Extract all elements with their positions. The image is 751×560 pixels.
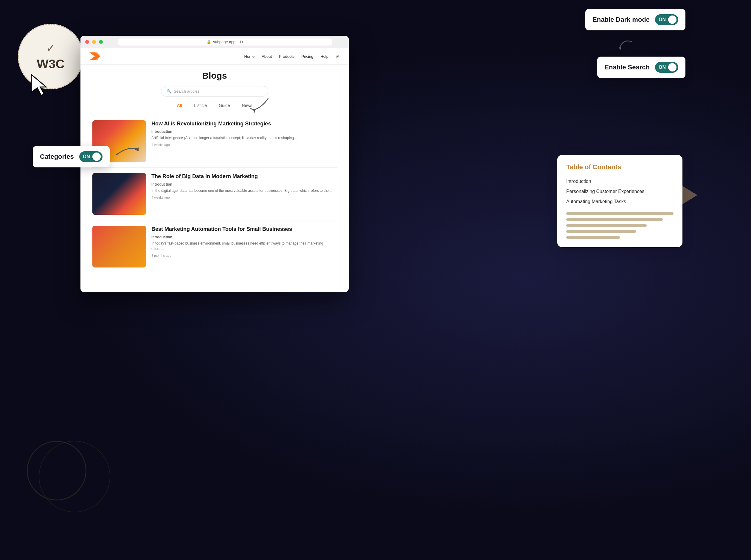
arrow-to-sun-icon: [614, 36, 638, 60]
toc-bar-3: [566, 224, 647, 227]
article-excerpt-1: Artificial Intelligence (AI) is no longe…: [152, 135, 337, 141]
arrow-to-categories-icon: [113, 140, 143, 158]
arrow-to-search-icon: [244, 92, 271, 116]
browser-window: 🔒 subpage.app ↻ Home About Products Pric…: [80, 36, 349, 292]
nav-help[interactable]: Help: [320, 54, 329, 59]
site-nav-links: Home About Products Pricing Help ☀: [244, 54, 340, 59]
toggle-circle-search: [668, 63, 676, 72]
search-placeholder-text: Search articles: [174, 89, 199, 94]
article-thumbnail-3: [92, 226, 146, 267]
blog-area: Blogs 🔍 Search articles All Listicle Gui…: [80, 65, 349, 279]
browser-urlbar[interactable]: 🔒 subpage.app ↻: [118, 38, 332, 46]
tab-all[interactable]: All: [174, 102, 184, 109]
url-text: subpage.app: [213, 40, 235, 44]
nav-about[interactable]: About: [262, 54, 272, 59]
article-list: How AI is Revolutionizing Marketing Stra…: [92, 115, 337, 273]
article-content-2: The Role of Big Data in Modern Marketing…: [152, 173, 337, 215]
tools-thumb-image: [92, 226, 146, 267]
dark-mode-toggle-state: ON: [659, 17, 666, 22]
table-row[interactable]: Best Marketing Automation Tools for Smal…: [92, 220, 337, 273]
search-toggle[interactable]: ON: [655, 62, 678, 73]
browser-dot-green[interactable]: [99, 40, 103, 44]
nav-home[interactable]: Home: [244, 54, 255, 59]
article-content-3: Best Marketing Automation Tools for Smal…: [152, 226, 337, 267]
categories-toggle[interactable]: ON: [79, 151, 102, 162]
toc-item-2[interactable]: Personalizing Customer Experiences: [566, 186, 673, 197]
tooltip-categories: Categories ON: [33, 146, 110, 167]
article-title-3: Best Marketing Automation Tools for Smal…: [152, 226, 337, 233]
article-title-1: How AI is Revolutionizing Marketing Stra…: [152, 120, 337, 127]
article-excerpt-2: In the digital age, data has become one …: [152, 188, 337, 193]
categories-label: Categories: [40, 153, 74, 161]
toc-bar-4: [566, 230, 636, 233]
article-excerpt-3: In today's fast-paced business environme…: [152, 241, 337, 252]
toc-bar-1: [566, 212, 673, 215]
article-title-2: The Role of Big Data in Modern Marketing: [152, 173, 337, 180]
website-content: Home About Products Pricing Help ☀ Blogs…: [80, 48, 349, 292]
tooltip-search: Enable Search ON: [597, 57, 686, 78]
article-date-2: 4 weeks ago: [152, 196, 337, 199]
article-date-3: 3 months ago: [152, 254, 337, 257]
toc-progress-bars: [566, 212, 673, 239]
site-nav: Home About Products Pricing Help ☀: [80, 48, 349, 65]
toc-panel: Table of Contents Introduction Personali…: [557, 155, 683, 247]
browser-titlebar: 🔒 subpage.app ↻: [80, 36, 349, 48]
toc-bar-2: [566, 218, 663, 221]
toggle-circle-dark: [668, 16, 676, 24]
browser-dot-yellow[interactable]: [92, 40, 96, 44]
page-title: Blogs: [92, 71, 337, 81]
toggle-circle-categories: [92, 153, 101, 161]
svg-marker-0: [31, 75, 46, 95]
tab-guide[interactable]: Guide: [216, 102, 232, 109]
article-date-1: 4 weeks ago: [152, 143, 337, 146]
dark-mode-label: Enable Dark mode: [592, 16, 650, 23]
search-icon: 🔍: [166, 89, 171, 94]
svg-marker-3: [618, 46, 621, 50]
deco-circle-2: [39, 441, 110, 512]
toc-item-1[interactable]: Introduction: [566, 176, 673, 186]
refresh-icon[interactable]: ↻: [240, 40, 243, 44]
toc-title: Table of Contents: [566, 163, 673, 171]
tooltip-dark-mode: Enable Dark mode ON: [585, 9, 686, 31]
tab-listicle[interactable]: Listicle: [192, 102, 209, 109]
article-thumbnail-2: [92, 173, 146, 215]
categories-toggle-state: ON: [83, 154, 90, 159]
search-toggle-label: Enable Search: [605, 63, 650, 71]
article-section-1: Introduction: [152, 129, 337, 134]
nav-products[interactable]: Products: [279, 54, 294, 59]
toc-bar-5: [566, 236, 620, 239]
svg-marker-2: [92, 53, 100, 60]
nav-pricing[interactable]: Pricing: [302, 54, 314, 59]
cursor-icon: [27, 72, 51, 98]
article-content-1: How AI is Revolutionizing Marketing Stra…: [152, 120, 337, 162]
lock-icon: 🔒: [206, 40, 211, 44]
logo-icon: [90, 53, 100, 60]
search-toggle-state: ON: [659, 65, 666, 70]
sun-icon[interactable]: ☀: [336, 54, 340, 59]
article-section-3: Introduction: [152, 235, 337, 239]
category-tabs: All Listicle Guide News: [92, 102, 337, 109]
table-row[interactable]: The Role of Big Data in Modern Marketing…: [92, 168, 337, 220]
toc-item-3[interactable]: Automating Marketing Tasks: [566, 197, 673, 207]
dark-mode-toggle[interactable]: ON: [655, 14, 678, 25]
browser-dot-red[interactable]: [85, 40, 89, 44]
site-logo: [90, 53, 100, 60]
article-section-2: Introduction: [152, 182, 337, 186]
data-thumb-image: [92, 173, 146, 215]
w3c-label: W3C: [37, 57, 64, 71]
w3c-check-icon: ✓: [46, 42, 55, 55]
